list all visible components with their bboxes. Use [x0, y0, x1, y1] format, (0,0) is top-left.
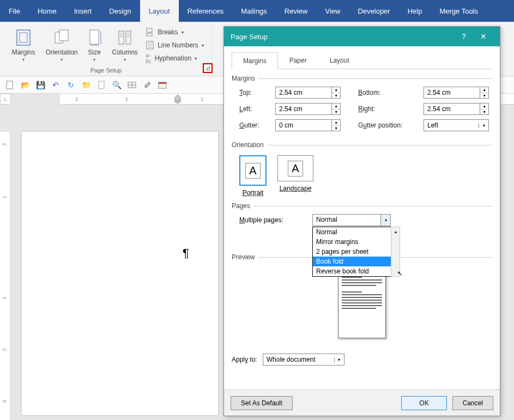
help-button[interactable]: ?: [454, 27, 474, 46]
undo-icon[interactable]: ↶: [51, 81, 60, 89]
tab-layout[interactable]: Layout: [140, 0, 179, 22]
table-icon[interactable]: [128, 81, 136, 89]
spin-up-icon[interactable]: ▲: [332, 120, 340, 126]
svg-rect-3: [59, 30, 68, 41]
dropdown-caret-icon[interactable]: ▾: [380, 215, 390, 226]
landscape-label: Landscape: [280, 185, 312, 192]
ruler-corner: L: [0, 94, 11, 105]
tab-merge-tools[interactable]: Merge Tools: [431, 0, 487, 22]
right-spinner[interactable]: ▲▼: [424, 103, 489, 115]
portrait-label: Portrait: [243, 189, 264, 197]
tab-help[interactable]: Help: [399, 0, 431, 22]
search-icon[interactable]: 🔍: [112, 81, 121, 89]
columns-icon: [116, 29, 134, 46]
spin-up-icon[interactable]: ▲: [480, 104, 488, 109]
tab-references[interactable]: References: [179, 0, 232, 22]
tab-mailings[interactable]: Mailings: [232, 0, 276, 22]
dialog-title: Page Setup: [231, 33, 268, 41]
bottom-input[interactable]: [424, 87, 480, 98]
orientation-button[interactable]: Orientation ▾: [44, 24, 79, 62]
page-icon[interactable]: [97, 81, 106, 89]
multiple-pages-value: Normal: [313, 215, 380, 226]
dropdown-caret-icon[interactable]: ▾: [334, 357, 344, 362]
tab-home[interactable]: Home: [29, 0, 65, 22]
dropdown-caret-icon: ▾: [61, 57, 63, 62]
portrait-button[interactable]: A Portrait: [239, 155, 267, 197]
option-2-pages-per-sheet[interactable]: 2 pages per sheet: [313, 247, 391, 257]
svg-rect-1: [20, 33, 27, 42]
gutter-input[interactable]: [276, 120, 331, 131]
spin-up-icon[interactable]: ▲: [332, 104, 340, 109]
dialog-titlebar[interactable]: Page Setup ? ✕: [224, 27, 500, 46]
tab-paper[interactable]: Paper: [278, 52, 318, 69]
tab-insert[interactable]: Insert: [65, 0, 101, 22]
gutter-spinner[interactable]: ▲▼: [275, 119, 341, 131]
new-icon[interactable]: [5, 81, 14, 89]
spin-down-icon[interactable]: ▼: [480, 109, 488, 115]
tab-file[interactable]: File: [0, 0, 29, 22]
apply-to-value: Whole document: [263, 356, 334, 363]
bottom-label: Bottom:: [358, 89, 418, 96]
spin-up-icon[interactable]: ▲: [332, 87, 340, 93]
scroll-up-icon[interactable]: ▴: [391, 227, 400, 236]
size-button[interactable]: Size ▾: [82, 24, 106, 62]
multiple-pages-dropdown[interactable]: Normal Mirror margins 2 pages per sheet …: [312, 227, 391, 277]
orientation-label: Orientation: [46, 48, 78, 56]
bottom-spinner[interactable]: ▲▼: [424, 87, 489, 99]
open-icon[interactable]: 📂: [21, 81, 29, 89]
landscape-button[interactable]: A Landscape: [277, 155, 313, 197]
save-icon[interactable]: 💾: [36, 81, 45, 89]
size-icon: [86, 29, 103, 46]
calendar-icon[interactable]: [158, 81, 167, 89]
gutter-position-value: Left: [424, 121, 479, 129]
spin-down-icon[interactable]: ▼: [332, 109, 340, 115]
tab-developer[interactable]: Developer: [349, 0, 398, 22]
line-numbers-button[interactable]: Line Numbers ▾: [143, 39, 206, 51]
breaks-button[interactable]: Breaks ▾: [143, 26, 206, 38]
left-input[interactable]: [276, 104, 331, 114]
top-label: Top:: [239, 89, 270, 96]
set-as-default-button[interactable]: Set As Default: [231, 396, 293, 410]
gutter-position-combo[interactable]: Left▾: [424, 119, 489, 131]
option-book-fold[interactable]: Book fold: [313, 257, 391, 266]
document-page[interactable]: ¶: [22, 132, 218, 415]
spin-down-icon[interactable]: ▼: [332, 126, 340, 131]
option-reverse-book-fold[interactable]: Reverse book fold: [313, 266, 391, 276]
line-numbers-label: Line Numbers: [158, 41, 198, 49]
option-mirror-margins[interactable]: Mirror margins: [313, 237, 391, 247]
hyphenation-label: Hyphenation: [155, 54, 191, 62]
apply-to-combo[interactable]: Whole document▾: [263, 354, 344, 366]
hyphenation-button[interactable]: a-bc Hyphenation ▾: [143, 52, 206, 64]
vertical-ruler[interactable]: 2 1 1 2 3: [0, 132, 11, 420]
hyphenation-icon: a-bc: [146, 52, 152, 64]
left-spinner[interactable]: ▲▼: [275, 103, 341, 115]
page-setup-dialog-launcher[interactable]: [203, 63, 213, 73]
structure-icon[interactable]: 🗞: [143, 81, 152, 89]
spin-up-icon[interactable]: ▲: [480, 87, 488, 93]
margins-icon: [15, 29, 32, 46]
spin-down-icon[interactable]: ▼: [480, 93, 488, 99]
margins-label: Margins: [12, 48, 35, 56]
tab-review[interactable]: Review: [276, 0, 317, 22]
right-input[interactable]: [424, 104, 480, 114]
top-input[interactable]: [276, 87, 331, 98]
top-spinner[interactable]: ▲▼: [275, 87, 341, 99]
cancel-button[interactable]: Cancel: [452, 396, 493, 410]
margins-button[interactable]: Margins ▾: [6, 24, 41, 62]
redo-icon[interactable]: ↻: [66, 81, 75, 89]
dropdown-caret-icon[interactable]: ▾: [479, 123, 488, 128]
svg-rect-16: [147, 33, 152, 36]
ok-button[interactable]: OK: [401, 396, 446, 410]
folder-icon[interactable]: 📁: [82, 81, 90, 89]
tab-view[interactable]: View: [316, 0, 349, 22]
spin-down-icon[interactable]: ▼: [332, 93, 340, 99]
orientation-legend: Orientation: [232, 141, 267, 149]
tab-design[interactable]: Design: [100, 0, 140, 22]
option-normal[interactable]: Normal: [313, 227, 391, 237]
columns-button[interactable]: Columns ▾: [110, 24, 140, 62]
tab-margins[interactable]: Margins: [232, 52, 278, 69]
tab-layout-dlg[interactable]: Layout: [318, 52, 361, 69]
close-button[interactable]: ✕: [474, 27, 493, 46]
multiple-pages-combo[interactable]: Normal ▾ Normal Mirror margins 2 pages p…: [312, 214, 391, 226]
margins-legend: Margins: [232, 75, 258, 82]
